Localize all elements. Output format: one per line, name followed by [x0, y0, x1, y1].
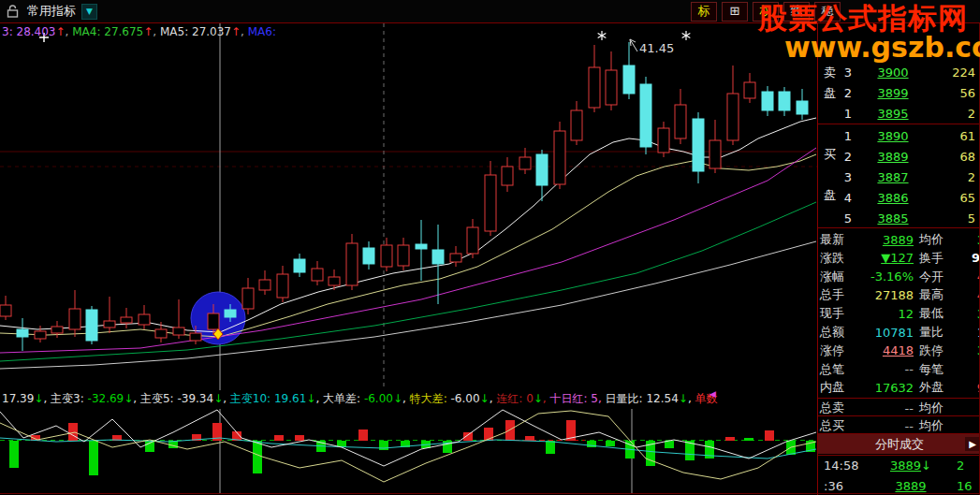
level-label: 3 — [841, 170, 856, 184]
histogram-bar — [145, 441, 154, 452]
detail-label: 外盘 — [919, 379, 951, 396]
candle-body — [259, 280, 271, 290]
text-segment: , — [133, 392, 140, 405]
detail-value: 1 — [951, 326, 980, 340]
level-label: 3 — [841, 66, 856, 80]
price-value: 3899 — [856, 86, 930, 100]
detail-label: 总额 — [820, 324, 850, 341]
detail-row: 最新3889均价3 — [818, 230, 980, 249]
text-segment: MA6: — [248, 25, 276, 38]
text-segment: ↓ — [124, 392, 133, 405]
histogram-bar — [89, 441, 98, 475]
detail-value: 3 — [951, 343, 980, 357]
candle-body — [155, 329, 167, 338]
detail-label: 内盘 — [820, 379, 850, 396]
candle-body — [190, 333, 201, 341]
buy-row[interactable]: 538855 — [818, 208, 980, 228]
text-segment: 主变5: — [140, 392, 178, 405]
sell-row[interactable]: 138952 — [818, 103, 980, 124]
candlestick-chart[interactable]: 41.45 — [0, 23, 817, 390]
indicator-histogram-chart[interactable] — [0, 409, 817, 494]
trade-price: 3889 — [865, 479, 957, 493]
histogram-bar — [505, 420, 515, 441]
text-segment: , — [43, 392, 51, 405]
buy-row[interactable]: 1389061 — [818, 125, 980, 146]
level-label: 4 — [841, 191, 856, 205]
sell-row[interactable]: 33900224 — [818, 62, 980, 82]
candle-body — [86, 310, 97, 341]
text-segment: ↓ — [34, 392, 43, 405]
candle-body — [744, 82, 755, 98]
buy-row[interactable]: 2388968 — [818, 146, 980, 167]
toolbar-button-线[interactable]: 线 — [783, 2, 810, 22]
detail-value: -- — [850, 419, 914, 433]
candle-body — [104, 321, 115, 328]
bottom-border — [0, 493, 980, 494]
detail-label: 总笔 — [820, 361, 850, 378]
candle-body — [709, 140, 721, 168]
detail-row: 涨跌▼127换手9. — [818, 249, 980, 268]
detail-label: 每笔 — [919, 361, 951, 378]
text-segment: ↓ — [480, 392, 490, 405]
divider — [818, 227, 980, 228]
toolbar-button-稳[interactable]: 稳 — [814, 2, 841, 22]
detail-label: 涨跌 — [820, 250, 850, 267]
detail-label: 涨幅 — [820, 269, 850, 285]
tab-indicator-favorites[interactable]: 常用指标 — [27, 3, 76, 20]
sell-row[interactable]: 2389956 — [818, 82, 980, 103]
detail-label: 最新 — [820, 231, 850, 248]
candle-body — [727, 94, 739, 140]
trade-price: 3889↓ — [865, 459, 957, 473]
detail-row: 涨停4418跌停3 — [818, 342, 980, 360]
candle-body — [450, 254, 461, 262]
detail-label: 总手 — [820, 286, 850, 303]
detail-label: 总买 — [820, 417, 850, 434]
chevron-down-icon[interactable]: ▼ — [81, 4, 97, 20]
candle-body — [416, 244, 427, 249]
toolbar-button-标[interactable]: 标 — [691, 2, 717, 22]
toolbar-button-权[interactable]: 权 — [753, 2, 779, 22]
candle-body — [329, 277, 340, 285]
detail-row: 涨幅-3.16%今开4 — [818, 268, 980, 286]
detail-value: 3 — [951, 233, 980, 247]
trade-time: :36 — [824, 479, 865, 493]
star-icon — [682, 31, 691, 40]
text-segment: -39.34 — [177, 392, 213, 405]
text-segment: 主变3: — [51, 392, 88, 405]
detail-label: 量比 — [919, 324, 951, 341]
buy-row[interactable]: 338872 — [818, 167, 980, 187]
histogram-bar — [295, 435, 304, 441]
toolbar-button-⊞[interactable]: ⊞ — [722, 2, 748, 22]
candle-body — [536, 154, 548, 185]
level-label: 5 — [841, 211, 856, 226]
histogram-bar — [253, 441, 262, 473]
candle-body — [35, 331, 46, 339]
candle-body — [17, 329, 28, 337]
expand-arrow-icon[interactable]: ▶ — [965, 437, 980, 451]
detail-value: 12 — [850, 307, 914, 321]
trade-time: 14:58 — [824, 459, 865, 473]
candle-body — [139, 314, 150, 325]
detail-row: 内盘17632外盘9 — [818, 378, 980, 397]
candle-body — [467, 227, 478, 254]
sum-row: 总卖--均价 — [818, 399, 980, 417]
text-segment: , — [223, 392, 230, 405]
text-segment: 日量比: 12.54 — [606, 392, 679, 405]
detail-label: 均价 — [919, 231, 951, 248]
tick-trades-header[interactable]: 分时成交▶ — [818, 434, 980, 454]
lock-icon[interactable] — [5, 4, 20, 19]
text-segment: ↓ — [306, 392, 315, 405]
volume-value: 2 — [930, 107, 975, 121]
candle-body — [589, 67, 600, 108]
text-segment: , — [688, 392, 695, 405]
high-price-label: 41.45 — [639, 41, 674, 55]
candle-body — [294, 259, 305, 272]
candle-body — [69, 309, 80, 329]
volume-value: 2 — [930, 170, 975, 184]
detail-value: 4418 — [850, 343, 914, 357]
detail-row: 总额10781量比1 — [818, 323, 980, 342]
trading-app-screen: 常用指标 ▼ 标⊞权线稳 股票公式指标网 www.gszb.com 41.45 … — [0, 0, 980, 495]
detail-label: 总卖 — [820, 400, 850, 416]
buy-row[interactable]: 4388665 — [818, 187, 980, 208]
section-label: 盘 — [824, 85, 837, 102]
